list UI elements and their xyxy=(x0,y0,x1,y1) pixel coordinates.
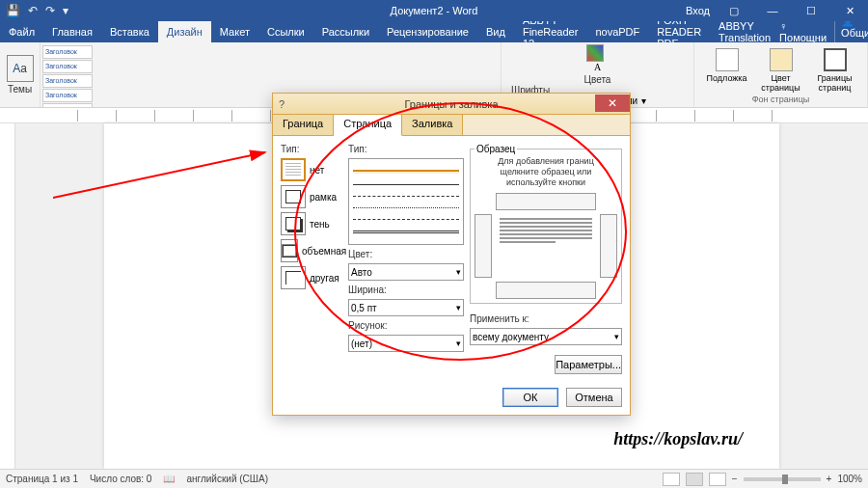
border-left-toggle[interactable] xyxy=(475,214,492,278)
page-borders-button[interactable]: Границы страниц xyxy=(811,48,859,93)
ribbon-tabs: Файл Главная Вставка Дизайн Макет Ссылки… xyxy=(0,21,868,42)
tab-review[interactable]: Рецензирование xyxy=(378,21,477,42)
help-link[interactable]: ♀ Помощни xyxy=(779,20,827,43)
page-color-icon xyxy=(770,48,793,71)
word-count[interactable]: Число слов: 0 xyxy=(90,474,151,484)
style-item[interactable]: Заголовок xyxy=(42,74,93,88)
preview-hint: Для добавления границ щелкните образец и… xyxy=(475,156,617,187)
setting-box[interactable]: рамка xyxy=(281,185,342,208)
status-bar: Страница 1 из 1 Число слов: 0 📖 английск… xyxy=(0,469,868,488)
redo-icon[interactable]: ↷ xyxy=(45,4,55,17)
ok-button[interactable]: ОК xyxy=(502,388,558,407)
zoom-slider[interactable] xyxy=(744,477,821,481)
dialog-tab-fill[interactable]: Заливка xyxy=(402,115,463,135)
dialog-tab-border[interactable]: Граница xyxy=(273,115,334,135)
setting-custom[interactable]: другая xyxy=(281,266,342,289)
page-borders-icon xyxy=(824,48,847,71)
style-item[interactable]: Заголовок xyxy=(42,60,93,73)
tab-insert[interactable]: Вставка xyxy=(101,21,158,42)
border-bottom-toggle[interactable] xyxy=(496,282,596,299)
login-link[interactable]: Вход xyxy=(686,5,710,16)
setting-shadow[interactable]: тень xyxy=(281,212,342,235)
dialog-titlebar[interactable]: Границы и заливка ? ✕ xyxy=(273,94,630,115)
undo-icon[interactable]: ↶ xyxy=(28,4,38,17)
border-setting-column: Тип: нет рамка тень объемная другая xyxy=(281,144,342,374)
dialog-tab-page[interactable]: Страница xyxy=(334,115,402,136)
group-caption: Фон страницы xyxy=(700,95,861,105)
borders-shading-dialog: Границы и заливка ? ✕ Граница Страница З… xyxy=(272,93,631,416)
tab-mailings[interactable]: Рассылки xyxy=(313,21,378,42)
page-background-group: Подложка Цвет страницы Границы страниц Ф… xyxy=(694,42,868,107)
border-style-column: Тип: Цвет: Авто Ширина: 0,5 пт Рисунок: … xyxy=(348,144,464,374)
window-title: Документ2 - Word xyxy=(391,5,478,16)
tab-references[interactable]: Ссылки xyxy=(258,21,313,42)
page-status[interactable]: Страница 1 из 1 xyxy=(6,474,78,484)
themes-group[interactable]: Aa Темы xyxy=(0,42,41,107)
title-bar: 💾 ↶ ↷ ▾ Документ2 - Word Вход ▢ — ☐ ✕ xyxy=(0,0,868,21)
web-layout-icon[interactable] xyxy=(709,473,726,486)
style-item[interactable]: Заголовок xyxy=(42,45,93,59)
qa-more-icon[interactable]: ▾ xyxy=(63,4,68,17)
themes-label: Темы xyxy=(8,84,32,95)
border-right-toggle[interactable] xyxy=(600,214,617,278)
colors-icon[interactable] xyxy=(586,44,604,62)
apply-to-select[interactable]: всему документу xyxy=(470,328,622,345)
style-item[interactable]: Заголовок xyxy=(42,103,93,107)
zoom-in-icon[interactable]: + xyxy=(827,474,832,484)
themes-icon: Aa xyxy=(7,55,34,82)
tab-design[interactable]: Дизайн xyxy=(158,21,211,42)
preview-page[interactable] xyxy=(496,214,596,278)
cancel-button[interactable]: Отмена xyxy=(566,388,622,407)
source-url-watermark: https://kopslav.ru/ xyxy=(613,429,743,449)
options-button[interactable]: Параметры... xyxy=(555,355,622,374)
fonts-icon[interactable]: A xyxy=(594,62,601,72)
save-icon[interactable]: 💾 xyxy=(6,4,20,17)
watermark-button[interactable]: Подложка xyxy=(703,48,751,83)
read-mode-icon[interactable] xyxy=(663,473,680,486)
page-color-button[interactable]: Цвет страницы xyxy=(757,48,805,93)
print-layout-icon[interactable] xyxy=(686,473,703,486)
tab-abbyy-tr[interactable]: ABBYY Translation xyxy=(710,21,779,42)
proofing-icon[interactable]: 📖 xyxy=(163,474,175,484)
language-status[interactable]: английский (США) xyxy=(186,474,268,484)
maximize-icon[interactable]: ☐ xyxy=(797,5,826,17)
setting-none[interactable]: нет xyxy=(281,158,342,181)
tab-view[interactable]: Вид xyxy=(477,21,514,42)
zoom-level[interactable]: 100% xyxy=(837,474,862,484)
style-item[interactable]: Заголовок xyxy=(42,89,93,102)
tab-file[interactable]: Файл xyxy=(0,21,43,42)
line-style-list[interactable] xyxy=(348,158,464,245)
tab-abbyy-fr[interactable]: ABBYY FineReader 12 xyxy=(514,21,586,42)
tab-novapdf[interactable]: novaPDF xyxy=(586,21,648,42)
color-select[interactable]: Авто xyxy=(348,263,464,281)
ribbon-options-icon[interactable]: ▢ xyxy=(719,5,748,17)
minimize-icon[interactable]: — xyxy=(758,5,787,16)
preview-column: Образец Для добавления границ щелкните о… xyxy=(470,144,622,374)
art-select[interactable]: (нет) xyxy=(348,335,464,352)
zoom-out-icon[interactable]: − xyxy=(732,474,738,484)
tab-foxit[interactable]: FOXIT READER PDF xyxy=(648,21,710,42)
width-select[interactable]: 0,5 пт xyxy=(348,299,464,316)
close-icon[interactable]: ✕ xyxy=(835,5,864,17)
tab-home[interactable]: Главная xyxy=(43,21,101,42)
dialog-title: Границы и заливка xyxy=(405,98,499,110)
quick-access-toolbar: 💾 ↶ ↷ ▾ xyxy=(0,4,68,17)
tab-layout[interactable]: Макет xyxy=(211,21,258,42)
vertical-ruler[interactable] xyxy=(0,123,15,469)
watermark-icon xyxy=(716,48,739,71)
setting-3d[interactable]: объемная xyxy=(281,239,342,262)
dialog-help-icon[interactable]: ? xyxy=(273,98,290,110)
dialog-tabs: Граница Страница Заливка xyxy=(273,115,630,136)
dialog-close-button[interactable]: ✕ xyxy=(595,95,630,112)
border-top-toggle[interactable] xyxy=(496,193,596,210)
